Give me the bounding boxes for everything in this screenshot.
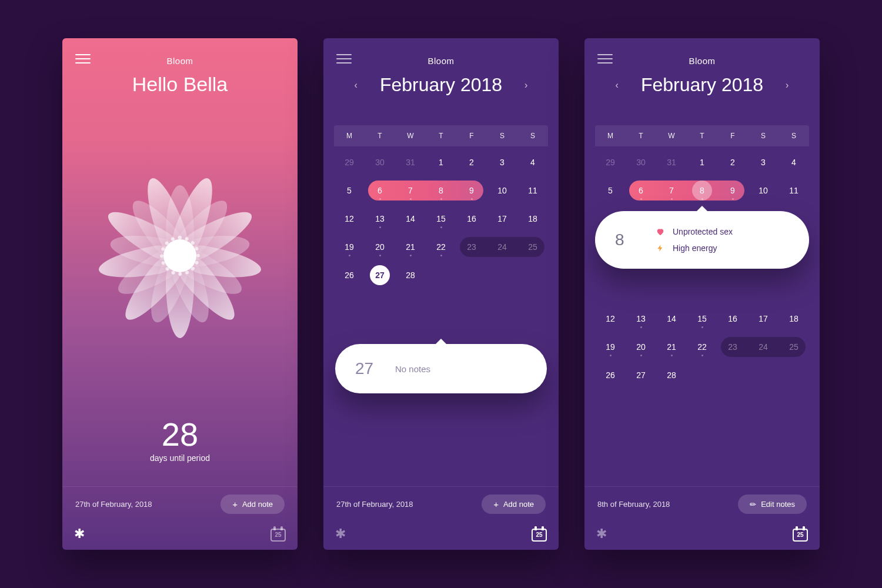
calendar-day[interactable]: 4 bbox=[779, 150, 809, 175]
calendar-day[interactable]: 22 bbox=[426, 235, 456, 259]
calendar-day[interactable]: 20 bbox=[365, 235, 395, 259]
day-popover[interactable]: 27 No notes bbox=[335, 344, 547, 393]
calendar-day[interactable]: 13 bbox=[365, 206, 395, 231]
calendar-day[interactable]: 25 bbox=[779, 335, 809, 359]
calendar-day[interactable]: 9 bbox=[456, 178, 487, 203]
dow-cell: S bbox=[487, 125, 517, 146]
calendar-day[interactable]: 27 bbox=[370, 265, 390, 285]
calendar-screen-a: Bloom ‹ February 2018 › MTWTFSS293031123… bbox=[323, 38, 559, 550]
calendar-day[interactable]: 7 bbox=[395, 178, 426, 203]
calendar-day[interactable]: 11 bbox=[779, 178, 809, 203]
calendar-day[interactable]: 17 bbox=[487, 206, 517, 231]
next-month-button[interactable]: › bbox=[519, 76, 533, 94]
calendar-day[interactable] bbox=[426, 263, 456, 288]
calendar-day[interactable] bbox=[687, 363, 717, 387]
calendar-icon[interactable]: 25 bbox=[532, 526, 547, 542]
heart-icon bbox=[655, 226, 666, 237]
dow-cell: S bbox=[748, 125, 779, 146]
calendar-day[interactable]: 26 bbox=[334, 263, 365, 288]
calendar-day[interactable]: 1 bbox=[687, 150, 717, 175]
calendar-day[interactable]: 28 bbox=[656, 363, 687, 387]
home-icon[interactable]: ✱ bbox=[596, 526, 607, 542]
countdown: 28 days until period bbox=[62, 415, 298, 463]
calendar-day[interactable]: 25 bbox=[517, 235, 548, 259]
calendar-day[interactable]: 30 bbox=[626, 150, 656, 175]
calendar-day[interactable] bbox=[487, 263, 517, 288]
calendar-day[interactable]: 30 bbox=[365, 150, 395, 175]
calendar-day[interactable]: 20 bbox=[626, 335, 656, 359]
calendar-day[interactable]: 31 bbox=[395, 150, 426, 175]
calendar-day[interactable]: 2 bbox=[717, 150, 748, 175]
calendar-day[interactable] bbox=[456, 263, 487, 288]
calendar-day[interactable]: 8 bbox=[426, 178, 456, 203]
calendar-day[interactable]: 29 bbox=[595, 150, 626, 175]
calendar-day[interactable]: 12 bbox=[334, 206, 365, 231]
calendar-day[interactable]: 23 bbox=[717, 335, 748, 359]
calendar-day[interactable]: 28 bbox=[395, 263, 426, 288]
calendar-day[interactable]: 18 bbox=[779, 306, 809, 331]
calendar-day[interactable]: 22 bbox=[687, 335, 717, 359]
calendar-day[interactable]: 7 bbox=[656, 178, 687, 203]
home-icon[interactable]: ✱ bbox=[74, 526, 85, 542]
calendar-day[interactable]: 19 bbox=[595, 335, 626, 359]
calendar-day[interactable]: 27 bbox=[626, 363, 656, 387]
calendar-day[interactable]: 10 bbox=[487, 178, 517, 203]
menu-icon[interactable] bbox=[336, 51, 352, 66]
calendar-day[interactable]: 5 bbox=[595, 178, 626, 203]
calendar-day[interactable]: 9 bbox=[717, 178, 748, 203]
calendar-day[interactable]: 12 bbox=[595, 306, 626, 331]
day-popover[interactable]: 8 Unprotected sex bbox=[595, 211, 809, 269]
calendar-icon[interactable]: 25 bbox=[793, 526, 808, 542]
prev-month-button[interactable]: ‹ bbox=[349, 76, 363, 94]
dow-cell: T bbox=[426, 125, 456, 146]
calendar-day[interactable] bbox=[779, 363, 809, 387]
calendar-day[interactable]: 6 bbox=[626, 178, 656, 203]
calendar-day[interactable]: 16 bbox=[717, 306, 748, 331]
pencil-icon: ✎ bbox=[747, 499, 758, 509]
menu-icon[interactable] bbox=[597, 51, 613, 66]
calendar-day[interactable] bbox=[717, 363, 748, 387]
calendar-day[interactable] bbox=[748, 363, 779, 387]
calendar-day[interactable]: 26 bbox=[595, 363, 626, 387]
calendar-day[interactable]: 21 bbox=[395, 235, 426, 259]
calendar-day[interactable]: 4 bbox=[517, 150, 548, 175]
calendar-day[interactable]: 10 bbox=[748, 178, 779, 203]
home-icon[interactable]: ✱ bbox=[335, 526, 346, 542]
calendar-day[interactable]: 6 bbox=[365, 178, 395, 203]
calendar-day[interactable]: 19 bbox=[334, 235, 365, 259]
calendar-day[interactable]: 24 bbox=[487, 235, 517, 259]
next-month-button[interactable]: › bbox=[780, 76, 794, 94]
calendar-icon[interactable]: 25 bbox=[270, 526, 286, 542]
calendar-day[interactable]: 21 bbox=[656, 335, 687, 359]
calendar-day[interactable]: 15 bbox=[687, 306, 717, 331]
add-note-button[interactable]: + Add note bbox=[482, 495, 546, 514]
prev-month-button[interactable]: ‹ bbox=[610, 76, 624, 94]
calendar-day[interactable]: 18 bbox=[517, 206, 548, 231]
calendar-day[interactable]: 29 bbox=[334, 150, 365, 175]
add-note-button[interactable]: + Add note bbox=[220, 495, 285, 514]
calendar-day[interactable]: 11 bbox=[517, 178, 548, 203]
countdown-number: 28 bbox=[62, 415, 298, 453]
calendar-day[interactable]: 31 bbox=[656, 150, 687, 175]
calendar-day[interactable]: 13 bbox=[626, 306, 656, 331]
calendar-day[interactable]: 17 bbox=[748, 306, 779, 331]
calendar-day[interactable]: 15 bbox=[426, 206, 456, 231]
calendar-day[interactable]: 5 bbox=[334, 178, 365, 203]
calendar-day[interactable]: 8 bbox=[687, 178, 717, 203]
menu-icon[interactable] bbox=[75, 51, 91, 66]
edit-notes-button[interactable]: ✎ Edit notes bbox=[738, 495, 807, 514]
bottom-bar: 27th of February, 2018 + Add note bbox=[62, 486, 298, 522]
calendar-day[interactable]: 14 bbox=[656, 306, 687, 331]
calendar-day[interactable]: 3 bbox=[748, 150, 779, 175]
calendar-day[interactable]: 14 bbox=[395, 206, 426, 231]
calendar-day[interactable]: 3 bbox=[487, 150, 517, 175]
calendar-day[interactable]: 23 bbox=[456, 235, 487, 259]
calendar-row: 19202122232425 bbox=[334, 235, 548, 259]
note-item: Unprotected sex bbox=[655, 226, 733, 237]
calendar-day[interactable]: 1 bbox=[426, 150, 456, 175]
popover-day: 27 bbox=[355, 359, 379, 378]
calendar-day[interactable]: 24 bbox=[748, 335, 779, 359]
calendar-day[interactable]: 16 bbox=[456, 206, 487, 231]
calendar-day[interactable]: 2 bbox=[456, 150, 487, 175]
calendar-day[interactable] bbox=[517, 263, 548, 288]
